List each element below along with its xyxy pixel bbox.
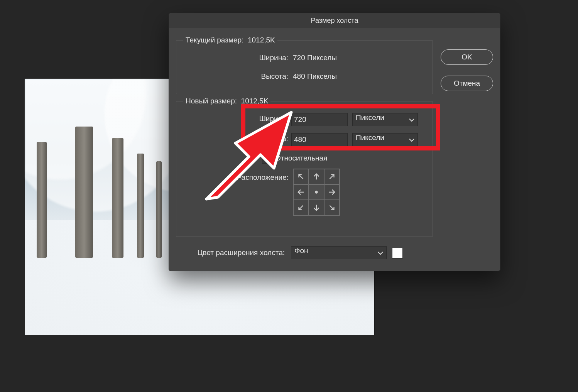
anchor-bottom-right[interactable] [324,200,340,215]
arrow-right-icon [328,188,336,196]
anchor-bottom[interactable] [309,200,324,215]
arrow-up-icon [312,172,321,181]
anchor-top-left[interactable] [293,169,309,184]
new-size-legend-label: Новый размер: [186,97,237,105]
chevron-down-icon [377,250,384,256]
annotation-highlight-box [241,104,440,150]
arrow-left-icon [297,188,305,196]
anchor-grid [293,169,340,216]
ok-button[interactable]: OK [441,49,493,65]
extension-color-label: Цвет расширения холста: [173,248,285,257]
anchor-left[interactable] [293,184,309,200]
arrow-down-right-icon [328,203,336,212]
anchor-bottom-left[interactable] [293,200,309,215]
current-height-label: Высота: [199,72,288,81]
extension-color-swatch[interactable] [392,248,403,259]
relative-label: Относительная [275,154,327,162]
arrow-down-left-icon [297,203,305,212]
cancel-button[interactable]: Отмена [441,76,493,91]
anchor-right[interactable] [324,184,340,200]
tree-trunk [75,127,93,258]
dot-icon [312,188,321,196]
extension-color-dropdown[interactable]: Фон [291,246,387,259]
new-size-value: 1012,5K [241,97,269,105]
current-size-legend-label: Текущий размер: [186,36,243,44]
tree-trunk [156,161,162,258]
arrow-down-icon [312,203,321,212]
extension-color-value: Фон [294,247,308,255]
anchor-top-right[interactable] [324,169,340,184]
arrow-up-left-icon [297,172,305,181]
tree-trunk [137,154,144,258]
tree-trunk [112,138,123,258]
anchor-top[interactable] [309,169,324,184]
tree-trunk [37,142,47,258]
current-size-value: 1012,5K [248,36,275,44]
anchor-label: Расположение: [190,173,289,182]
current-size-legend: Текущий размер: 1012,5K [183,36,277,44]
anchor-center[interactable] [309,184,324,200]
current-width-value: 720 Пикселы [293,54,337,62]
current-height-value: 480 Пикселы [293,72,337,81]
svg-point-0 [315,191,318,193]
relative-checkbox[interactable] [262,154,271,164]
current-size-group: Текущий размер: 1012,5K Ширина: 720 Пикс… [176,40,433,94]
arrow-up-right-icon [328,172,336,181]
dialog-title: Размер холста [169,13,500,28]
current-width-label: Ширина: [199,54,288,62]
